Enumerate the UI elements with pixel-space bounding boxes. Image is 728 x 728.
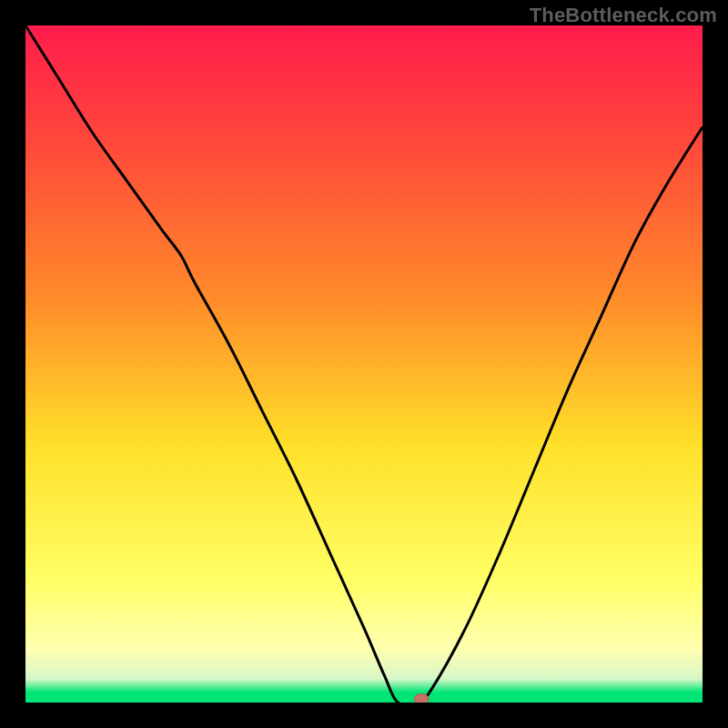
chart-frame: TheBottleneck.com [0, 0, 728, 728]
plot-area [25, 25, 703, 703]
bottleneck-chart-svg [25, 25, 703, 703]
optimal-point-marker [414, 693, 429, 703]
watermark-text: TheBottleneck.com [530, 4, 717, 27]
gradient-background [25, 25, 703, 703]
